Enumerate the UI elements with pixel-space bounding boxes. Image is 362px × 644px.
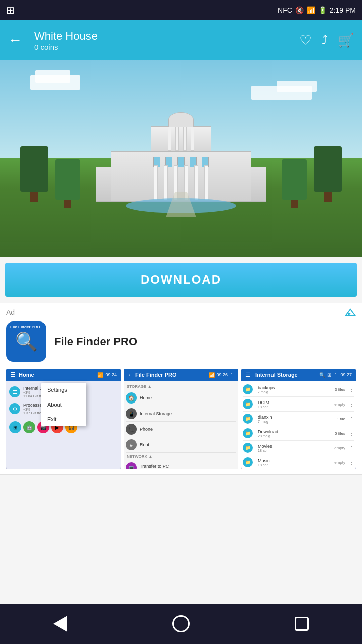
- backups-count: 3 files: [335, 387, 345, 392]
- menu-settings: Settings: [41, 383, 86, 397]
- status-bar-left: ⊞: [6, 4, 15, 16]
- nav-recents-button[interactable]: [287, 609, 317, 639]
- ad-label: Ad: [6, 308, 15, 316]
- share-button[interactable]: ⤴: [322, 33, 328, 47]
- download-button[interactable]: DOWNLOAD: [5, 263, 357, 297]
- portico-columns: [151, 127, 211, 151]
- svg-text:▶: ▶: [348, 312, 351, 315]
- more-icon-s2: ⋮: [229, 372, 234, 378]
- dcim-more: ⋮: [349, 401, 354, 407]
- menu-icon-1: ☰: [10, 371, 16, 378]
- movies-more: ⋮: [349, 445, 354, 451]
- folder-icon-music: 📁: [243, 457, 253, 467]
- ad-icon-svg: ▶: [345, 308, 356, 316]
- sc-music: 📁 Music 18 abr empty ⋮: [243, 455, 354, 469]
- nav-back-button[interactable]: [45, 609, 75, 639]
- status-bar: ⊞ NFC 🔇 📶 🔋 2:19 PM: [0, 0, 362, 20]
- ad-choices-icon[interactable]: ▶: [345, 308, 356, 316]
- dcim-detail: empty: [334, 402, 345, 407]
- menu-about: About: [41, 397, 86, 412]
- screen3-title: Internal Storage: [255, 372, 298, 378]
- time-s3: 09:27: [340, 372, 352, 378]
- sc-transfer-sub: /storage/emulated/0: [140, 469, 171, 470]
- portico: [151, 126, 211, 151]
- movies-info: Movies 18 abr: [258, 444, 331, 452]
- download-section: DOWNLOAD: [0, 257, 362, 303]
- backups-date: 7 maig: [258, 390, 332, 394]
- tree-left-2: [55, 159, 80, 208]
- home-circle-icon: [172, 615, 190, 632]
- sc-root-text: Root: [140, 442, 149, 447]
- music-more: ⋮: [349, 460, 354, 465]
- folder-icon-dianxin: 📁: [243, 414, 253, 424]
- screenshot-1: ☰ Home 📶 09:24 Settings About Exit ☰ Int: [6, 369, 121, 469]
- folder-icon-download: 📁: [243, 428, 253, 438]
- dcim-info: DCIM 18 abr: [258, 400, 331, 409]
- screen3-icons: 🔍 ⊞ ⋮ 09:27: [319, 372, 352, 378]
- app-icon: File Finder PRO 🔍: [6, 321, 46, 362]
- tree-left-1: [20, 146, 48, 202]
- sc-transfer: 💻 Transfer to PC /storage/emulated/0: [126, 460, 236, 469]
- more-icon-s3: ⋮: [333, 372, 338, 378]
- backups-name: backups: [258, 385, 332, 390]
- backups-more: ⋮: [349, 387, 354, 392]
- sc-dianxin: 📁 dianxin 7 maig 1 file ⋮: [243, 412, 354, 426]
- phone-icon-s2: 📞: [126, 424, 137, 435]
- sc-download: 📁 Download 28 maig 5 files ⋮: [243, 426, 354, 441]
- screen2-title: File Finder PRO: [135, 372, 177, 378]
- music-date: 18 abr: [258, 463, 331, 467]
- ad-header: Ad ▶: [6, 308, 356, 316]
- sc-home: 🏠 Home: [126, 390, 236, 406]
- music-name: Music: [258, 458, 331, 463]
- screen1-title: Home: [19, 372, 34, 378]
- ad-section: Ad ▶ File Finder PRO 🔍 File Finder PRO ☰…: [0, 303, 362, 475]
- download-folder-name: Download: [258, 429, 332, 434]
- white-house-building: [96, 131, 266, 202]
- status-icons: NFC 🔇 📶 🔋 2:19 PM: [278, 6, 356, 14]
- backups-info: backups 7 maig: [258, 385, 332, 394]
- app-drawer-icon: ⊞: [6, 4, 15, 16]
- download-label: DOWNLOAD: [141, 273, 221, 287]
- screenshot-bar-2: ← File Finder PRO 📶 09:26 ⋮: [124, 369, 238, 381]
- page-title: White House: [34, 30, 299, 43]
- storage-icon-s1: ☰: [9, 386, 20, 397]
- dome: [168, 112, 194, 127]
- sc-home-text: Home: [140, 395, 152, 400]
- wifi-s1: 📶: [97, 372, 103, 378]
- sc-movies: 📁 Movies 18 abr empty ⋮: [243, 441, 354, 455]
- dianxin-detail: 1 file: [337, 417, 345, 421]
- back-button[interactable]: ←: [8, 32, 26, 48]
- title-block: White House 0 coins: [34, 30, 299, 51]
- dianxin-name: dianxin: [258, 415, 334, 420]
- screen1-content: Settings About Exit ☰ Internal Storage ~…: [6, 381, 121, 469]
- transfer-icon-s2: 💻: [126, 462, 137, 469]
- sc-transfer-text: Transfer to PC: [140, 464, 171, 469]
- menu-icon-s3: ☰: [245, 372, 250, 378]
- music-detail: empty: [334, 460, 345, 465]
- time-display: 2:19 PM: [330, 6, 356, 14]
- search-icon-s3: 🔍: [319, 372, 325, 378]
- folder-icon-dcim: 📁: [243, 399, 253, 409]
- nav-home-button[interactable]: [166, 609, 196, 639]
- cart-button[interactable]: 🛒: [338, 33, 354, 48]
- download-info: Download 28 maig: [258, 429, 332, 438]
- process-icon-s1: ⚙: [9, 403, 20, 414]
- ad-label-tag: File Finder PRO: [8, 324, 42, 330]
- tree-right-1: [282, 159, 307, 208]
- movies-name: Movies: [258, 444, 331, 449]
- sc-phone-text: Phone: [140, 427, 153, 432]
- sc-phone: 📞 Phone: [126, 422, 236, 437]
- hero-image: [0, 60, 362, 257]
- dcim-date: 18 abr: [258, 405, 331, 409]
- sc-internal-text: Internal Storage: [140, 411, 172, 416]
- minecraft-scene: [0, 60, 362, 257]
- home-icon-s2: 🏠: [126, 392, 137, 404]
- favorite-button[interactable]: ♡: [299, 32, 312, 49]
- sc-backups: 📁 backups 7 maig 3 files ⋮: [243, 382, 354, 397]
- app-icon-2: 🤖: [23, 421, 35, 433]
- network-section-label: NETWORK ▲: [126, 453, 236, 460]
- screen1-icons: 📶 09:24: [97, 372, 117, 378]
- screenshot-3: ☰ Internal Storage 🔍 ⊞ ⋮ 09:27 📁 backups…: [241, 369, 356, 469]
- nfc-icon: NFC: [278, 6, 292, 14]
- grid-icon-s3: ⊞: [327, 372, 331, 378]
